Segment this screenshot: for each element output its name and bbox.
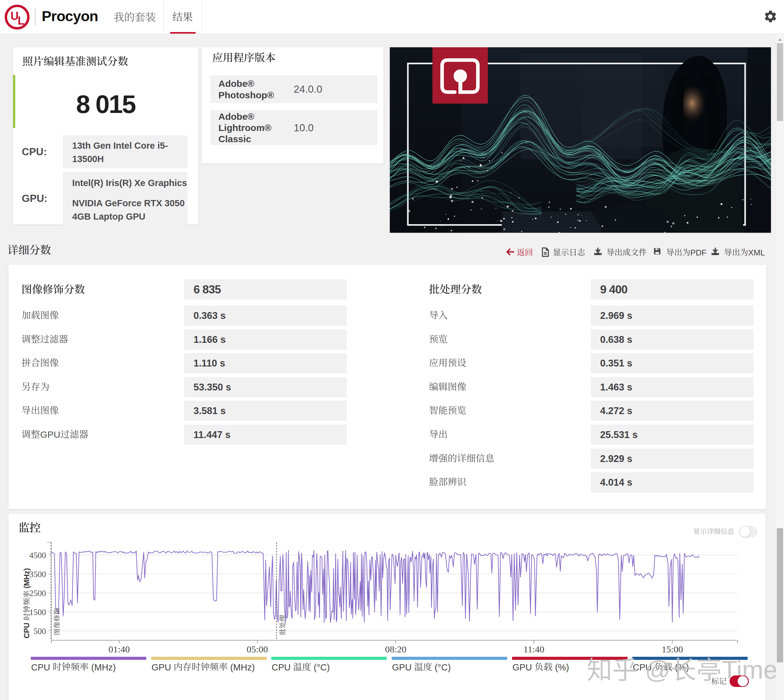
svg-text:01:40: 01:40 [108,644,130,654]
svg-text:4500: 4500 [29,551,46,560]
svg-text:2500: 2500 [29,588,46,598]
svg-text:05:00: 05:00 [247,644,268,654]
svg-text:15:00: 15:00 [662,644,683,654]
svg-text:1500: 1500 [29,608,46,617]
svg-text:08:20: 08:20 [385,644,406,654]
svg-text:11:40: 11:40 [523,644,544,654]
svg-text:3500: 3500 [29,570,46,579]
svg-text:500: 500 [33,627,47,636]
